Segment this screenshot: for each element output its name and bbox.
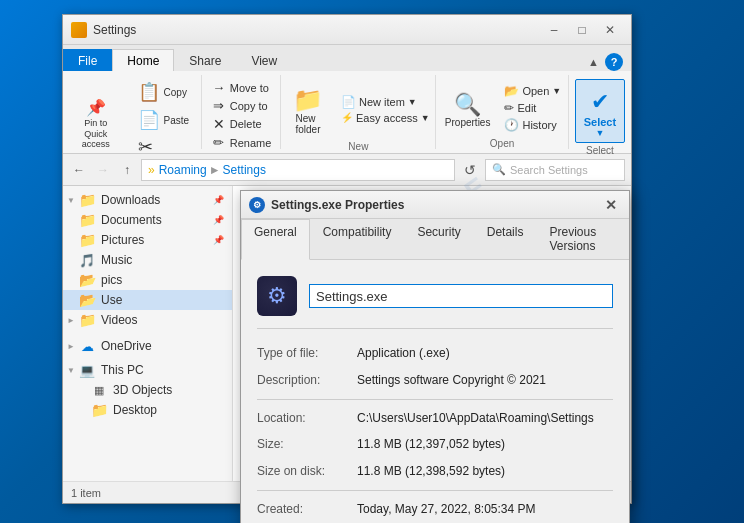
properties-dialog: ⚙ Settings.exe Properties ✕ General Comp… [240, 190, 630, 523]
prop-location: Location: C:\Users\User10\AppData\Roamin… [257, 410, 613, 427]
desc-label: Description: [257, 372, 357, 389]
disk-value: 11.8 MB (12,398,592 bytes) [357, 463, 613, 480]
dialog-tabs: General Compatibility Security Details P… [241, 219, 629, 260]
dialog-title-text: Settings.exe Properties [271, 198, 404, 212]
tab-compatibility[interactable]: Compatibility [310, 219, 405, 259]
type-label: Type of file: [257, 345, 357, 362]
dialog-header [257, 276, 613, 329]
tab-security[interactable]: Security [404, 219, 473, 259]
loc-value: C:\Users\User10\AppData\Roaming\Settings [357, 410, 613, 427]
properties-list: Type of file: Application (.exe) Descrip… [257, 345, 613, 523]
prop-description: Description: Settings software Copyright… [257, 372, 613, 389]
created-label: Created: [257, 501, 357, 518]
type-value: Application (.exe) [357, 345, 613, 362]
prop-size: Size: 11.8 MB (12,397,052 bytes) [257, 436, 613, 453]
dialog-title-icon: ⚙ [249, 197, 265, 213]
dialog-close-button[interactable]: ✕ [601, 195, 621, 215]
prop-divider-2 [257, 490, 613, 491]
size-label: Size: [257, 436, 357, 453]
loc-label: Location: [257, 410, 357, 427]
dialog-overlay: ⚙ Settings.exe Properties ✕ General Comp… [0, 0, 744, 523]
prop-created: Created: Today, May 27, 2022, 8:05:34 PM [257, 501, 613, 518]
tab-previous-versions[interactable]: Previous Versions [536, 219, 629, 259]
dialog-body: Type of file: Application (.exe) Descrip… [241, 260, 629, 523]
tab-details[interactable]: Details [474, 219, 537, 259]
size-value: 11.8 MB (12,397,052 bytes) [357, 436, 613, 453]
dialog-title-bar: ⚙ Settings.exe Properties ✕ [241, 191, 629, 219]
disk-label: Size on disk: [257, 463, 357, 480]
app-icon [257, 276, 297, 316]
desc-value: Settings software Copyright © 2021 [357, 372, 613, 389]
created-value: Today, May 27, 2022, 8:05:34 PM [357, 501, 613, 518]
filename-input[interactable] [309, 284, 613, 308]
prop-divider-1 [257, 399, 613, 400]
prop-size-on-disk: Size on disk: 11.8 MB (12,398,592 bytes) [257, 463, 613, 480]
prop-type: Type of file: Application (.exe) [257, 345, 613, 362]
tab-general[interactable]: General [241, 219, 310, 260]
